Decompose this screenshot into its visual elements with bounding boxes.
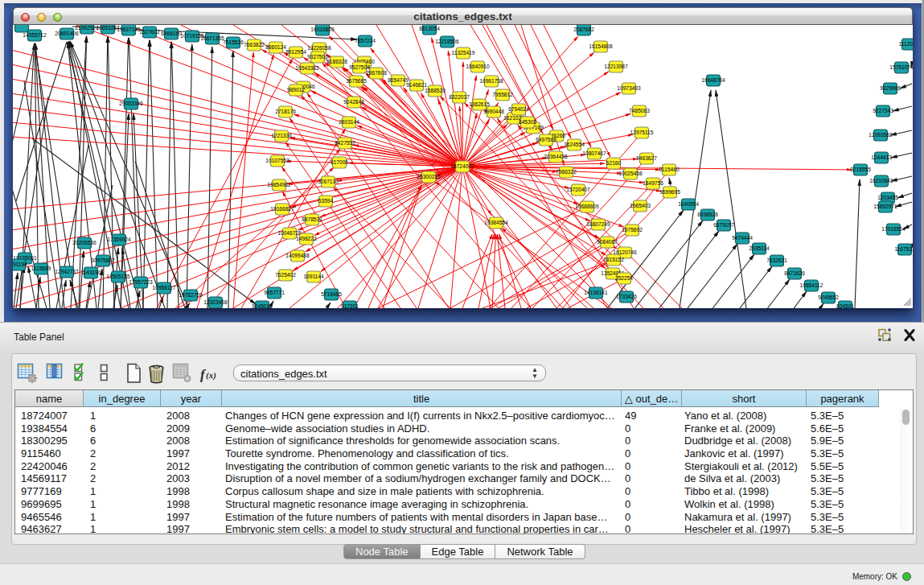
svg-text:8813054: 8813054: [419, 26, 440, 31]
svg-text:20206536: 20206536: [72, 240, 97, 245]
svg-text:3267130: 3267130: [318, 179, 339, 184]
svg-text:617006: 617006: [331, 159, 348, 165]
svg-text:7955812: 7955812: [492, 92, 513, 97]
svg-text:8322037: 8322037: [449, 94, 470, 100]
svg-text:14136141: 14136141: [584, 290, 608, 295]
svg-text:15692971: 15692971: [873, 204, 897, 209]
svg-text:16782759: 16782759: [179, 292, 203, 298]
svg-text:13226058: 13226058: [307, 45, 331, 51]
svg-text:391194: 391194: [13, 262, 27, 267]
svg-text:(x): (x): [206, 370, 216, 381]
svg-text:18724007: 18724007: [450, 163, 474, 169]
svg-text:53594: 53594: [318, 198, 334, 204]
svg-text:6466160: 6466160: [161, 31, 182, 36]
svg-text:1733426: 1733426: [616, 294, 637, 299]
svg-text:9329966: 9329966: [880, 85, 901, 91]
svg-text:8938928: 8938928: [697, 212, 718, 217]
svg-text:16648784: 16648784: [701, 77, 725, 83]
svg-text:6794024: 6794024: [508, 106, 529, 112]
svg-text:16671355: 16671355: [200, 35, 224, 41]
svg-text:25300215: 25300215: [417, 174, 441, 179]
svg-text:9245012: 9245012: [252, 303, 273, 308]
svg-text:1498222: 1498222: [296, 236, 317, 241]
svg-text:62160: 62160: [606, 160, 622, 166]
svg-text:12093582: 12093582: [869, 132, 893, 138]
svg-text:15720407: 15720407: [566, 187, 590, 192]
svg-text:10958117: 10958117: [153, 285, 176, 290]
svg-text:17359924: 17359924: [107, 237, 131, 242]
svg-text:8912954: 8912954: [285, 49, 306, 55]
svg-text:7625402: 7625402: [275, 272, 296, 278]
svg-text:2935114: 2935114: [749, 245, 770, 251]
svg-text:1143190: 1143190: [80, 270, 101, 275]
svg-text:1244413: 1244413: [871, 154, 892, 160]
svg-text:12218506: 12218506: [435, 39, 459, 44]
svg-text:1112041: 1112041: [899, 41, 913, 47]
svg-text:6497568: 6497568: [536, 137, 556, 142]
svg-text:9990448: 9990448: [483, 109, 504, 114]
svg-text:1221336: 1221336: [271, 133, 292, 138]
svg-text:8186328: 8186328: [326, 59, 347, 64]
svg-text:17016504: 17016504: [881, 226, 906, 232]
svg-text:7857224: 7857224: [355, 38, 376, 43]
svg-text:1362615: 1362615: [469, 101, 490, 107]
svg-text:20691406: 20691406: [55, 31, 79, 36]
svg-text:16210643: 16210643: [869, 178, 893, 183]
svg-text:6679197: 6679197: [713, 222, 734, 228]
svg-text:7485063: 7485063: [629, 108, 650, 113]
svg-text:12975115: 12975115: [630, 130, 654, 135]
svg-text:3624554: 3624554: [564, 142, 585, 147]
svg-text:252254: 252254: [615, 275, 633, 281]
svg-text:1815152: 1815152: [603, 257, 624, 262]
svg-text:9474444: 9474444: [732, 235, 753, 241]
svg-text:10107553: 10107553: [265, 158, 290, 163]
svg-text:2087682: 2087682: [573, 27, 594, 32]
svg-text:9463627: 9463627: [636, 155, 657, 161]
svg-text:989012: 989012: [287, 87, 305, 93]
svg-text:5716485: 5716485: [321, 291, 342, 297]
svg-text:9527508: 9527508: [349, 64, 370, 70]
svg-text:1640954: 1640954: [678, 201, 699, 207]
svg-text:16154808: 16154808: [589, 43, 613, 49]
svg-text:7515526: 7515526: [223, 39, 244, 45]
svg-text:7632621: 7632621: [766, 257, 787, 263]
svg-text:1691144: 1691144: [303, 274, 324, 279]
svg-text:9699695: 9699695: [659, 189, 680, 195]
svg-text:29053346: 29053346: [119, 101, 143, 106]
svg-text:9327506: 9327506: [307, 54, 328, 60]
svg-text:2718176: 2718176: [275, 109, 296, 114]
svg-text:12505135: 12505135: [106, 274, 130, 279]
svg-text:1203455: 1203455: [877, 195, 898, 200]
svg-text:19637145: 19637145: [117, 27, 141, 32]
svg-text:9242848: 9242848: [343, 99, 364, 105]
svg-text:16961758: 16961758: [479, 78, 503, 84]
svg-text:9115460: 9115460: [659, 167, 680, 172]
svg-text:19384554: 19384554: [484, 220, 508, 225]
svg-text:9227343: 9227343: [873, 108, 893, 113]
svg-text:9245652: 9245652: [818, 295, 839, 300]
svg-text:3675685: 3675685: [346, 78, 367, 84]
svg-text:10046728: 10046728: [277, 230, 302, 236]
svg-text:30975867: 30975867: [91, 257, 115, 263]
svg-text:20364436: 20364436: [544, 154, 568, 159]
svg-text:15751074: 15751074: [889, 64, 913, 70]
svg-text:18640910: 18640910: [466, 64, 490, 69]
svg-text:2867608: 2867608: [366, 70, 387, 76]
svg-text:12942737: 12942737: [55, 269, 79, 274]
svg-text:917201: 917201: [341, 303, 359, 308]
svg-text:16033809: 16033809: [310, 27, 335, 32]
svg-text:1527602: 1527602: [139, 29, 160, 35]
svg-text:1975692: 1975692: [622, 227, 643, 233]
svg-text:8215955: 8215955: [850, 167, 871, 172]
svg-text:1965403: 1965403: [630, 203, 651, 208]
svg-text:1115689: 1115689: [31, 266, 51, 271]
svg-text:2803144: 2803144: [339, 119, 359, 125]
svg-text:1849756: 1849756: [643, 180, 663, 186]
svg-text:19166827: 19166827: [270, 206, 294, 212]
svg-text:16543382: 16543382: [295, 65, 319, 71]
svg-text:18807249: 18807249: [586, 221, 610, 227]
svg-text:8878531: 8878531: [302, 216, 322, 222]
svg-text:8471626: 8471626: [784, 270, 805, 276]
svg-text:14099488: 14099488: [285, 253, 310, 258]
svg-text:12323468: 12323468: [203, 299, 228, 305]
